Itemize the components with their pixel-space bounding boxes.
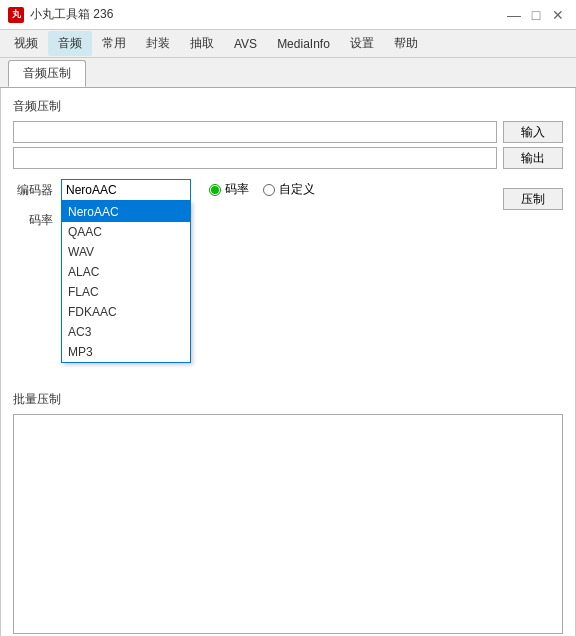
- radio-bitrate[interactable]: 码率: [209, 181, 249, 198]
- output-button[interactable]: 输出: [503, 147, 563, 169]
- dropdown-item-neroacc[interactable]: NeroAAC: [62, 202, 190, 222]
- menu-video[interactable]: 视频: [4, 31, 48, 56]
- radio-custom-circle: [263, 184, 275, 196]
- encoder-row: 编码器 NeroAAC QAAC WAV ALAC FLAC FDKAAC AC…: [13, 179, 191, 201]
- menu-extract[interactable]: 抽取: [180, 31, 224, 56]
- app-title: 小丸工具箱 236: [30, 6, 113, 23]
- encoder-select[interactable]: NeroAAC QAAC WAV ALAC FLAC FDKAAC AC3 MP…: [61, 179, 191, 201]
- title-bar: 丸 小丸工具箱 236 — □ ✕: [0, 0, 576, 30]
- output-row: 输出: [13, 147, 563, 169]
- dropdown-item-wav[interactable]: WAV: [62, 242, 190, 262]
- output-field[interactable]: [13, 147, 497, 169]
- dropdown-item-ac3[interactable]: AC3: [62, 322, 190, 342]
- encoder-section: 编码器 NeroAAC QAAC WAV ALAC FLAC FDKAAC AC…: [13, 179, 563, 231]
- compression-title: 音频压制: [13, 98, 563, 115]
- minimize-button[interactable]: —: [504, 5, 524, 25]
- menu-package[interactable]: 封装: [136, 31, 180, 56]
- content-area: 音频压制 输入 输出 压制 编码器 NeroAAC QAAC WAV ALAC: [0, 88, 576, 636]
- close-button[interactable]: ✕: [548, 5, 568, 25]
- radio-custom-label: 自定义: [279, 181, 315, 198]
- maximize-button[interactable]: □: [526, 5, 546, 25]
- left-labels: 编码器 NeroAAC QAAC WAV ALAC FLAC FDKAAC AC…: [13, 179, 191, 231]
- batch-list[interactable]: [13, 414, 563, 634]
- input-field[interactable]: [13, 121, 497, 143]
- encoder-dropdown: NeroAAC QAAC WAV ALAC FLAC FDKAAC AC3 MP…: [61, 201, 191, 363]
- app-icon: 丸: [8, 7, 24, 23]
- batch-title: 批量压制: [13, 391, 563, 408]
- menu-mediainfo[interactable]: MediaInfo: [267, 33, 340, 55]
- menu-avs[interactable]: AVS: [224, 33, 267, 55]
- input-button[interactable]: 输入: [503, 121, 563, 143]
- dropdown-item-qaac[interactable]: QAAC: [62, 222, 190, 242]
- tab-bar: 音频压制: [0, 58, 576, 88]
- title-bar-left: 丸 小丸工具箱 236: [8, 6, 113, 23]
- dropdown-item-fdkaac[interactable]: FDKAAC: [62, 302, 190, 322]
- radio-custom[interactable]: 自定义: [263, 181, 315, 198]
- encoder-select-wrapper: NeroAAC QAAC WAV ALAC FLAC FDKAAC AC3 MP…: [61, 179, 191, 201]
- dropdown-item-mp3[interactable]: MP3: [62, 342, 190, 362]
- tab-audio-compression[interactable]: 音频压制: [8, 60, 86, 87]
- dropdown-item-alac[interactable]: ALAC: [62, 262, 190, 282]
- menu-common[interactable]: 常用: [92, 31, 136, 56]
- encoder-label: 编码器: [13, 182, 53, 199]
- menu-audio[interactable]: 音频: [48, 31, 92, 56]
- radio-bitrate-circle: [209, 184, 221, 196]
- input-row: 输入: [13, 121, 563, 143]
- menu-settings[interactable]: 设置: [340, 31, 384, 56]
- menu-help[interactable]: 帮助: [384, 31, 428, 56]
- radio-bitrate-label: 码率: [225, 181, 249, 198]
- menu-bar: 视频 音频 常用 封装 抽取 AVS MediaInfo 设置 帮助: [0, 30, 576, 58]
- batch-section: 批量压制 新文件生成在源文件目录 添加 删除 清空 合并 批量压制: [13, 391, 563, 636]
- radio-group: 码率 自定义: [209, 181, 315, 198]
- bitrate-label: 码率: [13, 212, 53, 229]
- window-controls: — □ ✕: [504, 5, 568, 25]
- dropdown-item-flac[interactable]: FLAC: [62, 282, 190, 302]
